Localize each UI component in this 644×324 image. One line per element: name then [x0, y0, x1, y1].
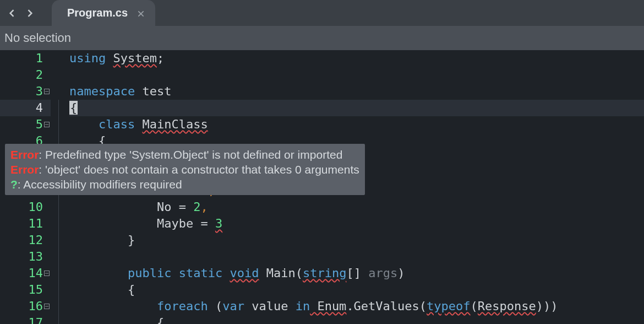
code-line [69, 67, 644, 83]
code-line: foreach (var value in Enum.GetValues(typ… [69, 298, 644, 315]
code-line: { [69, 100, 644, 116]
code-line [69, 249, 644, 265]
code-line: namespace test [69, 83, 644, 100]
nav-arrows [0, 7, 42, 20]
code-line: class MainClass [69, 116, 644, 133]
code-line: Maybe = 3 [69, 215, 644, 232]
title-bar: Program.cs [0, 0, 644, 26]
code-line: using System; [69, 50, 644, 67]
code-line: { [69, 315, 644, 324]
close-icon[interactable] [137, 8, 146, 18]
fold-toggle-icon[interactable] [43, 89, 51, 94]
fold-toggle-icon[interactable] [43, 304, 51, 309]
tab-title: Program.cs [67, 7, 128, 19]
error-tooltip: Error: Predefined type 'System.Object' i… [5, 144, 365, 195]
breadcrumb-bar: No selection [0, 26, 644, 50]
nav-forward-button[interactable] [23, 7, 36, 20]
fold-toggle-icon[interactable] [43, 271, 51, 276]
selection-status: No selection [4, 31, 71, 45]
fold-toggle-icon[interactable] [43, 122, 51, 127]
code-line: { [69, 282, 644, 298]
code-line: public static void Main(string[] args) [69, 265, 644, 282]
tab-program-cs[interactable]: Program.cs [52, 0, 155, 26]
nav-back-button[interactable] [6, 7, 19, 20]
code-line: No = 2, [69, 199, 644, 215]
code-editor[interactable]: 1 2 3 4 5 6 7 8 9 10 11 12 13 14 15 16 1… [0, 50, 644, 324]
code-line: } [69, 232, 644, 249]
